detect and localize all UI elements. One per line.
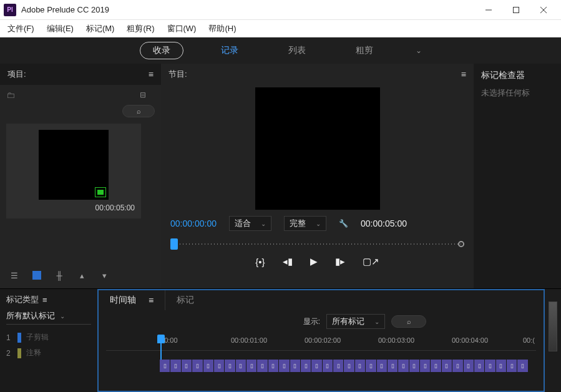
- ruler-tick: 00:00:02:00: [305, 336, 341, 344]
- menubar: 文件(F) 编辑(E) 标记(M) 粗剪(R) 窗口(W) 帮助(H): [0, 20, 561, 37]
- list-view-icon[interactable]: ☰: [9, 271, 20, 280]
- playhead[interactable]: [170, 238, 178, 250]
- marker-type-title: 标记类型: [6, 294, 39, 305]
- menu-help[interactable]: 帮助(H): [203, 21, 241, 37]
- inspector-title: 标记检查器: [474, 64, 561, 87]
- menu-edit[interactable]: 编辑(E): [42, 21, 79, 37]
- total-timecode: 00:00:05:00: [361, 218, 407, 228]
- marker-type-panel: 标记类型 ≡ 所有默认标记⌄ 1 子剪辑 2 注释: [0, 289, 97, 392]
- clip-segments[interactable]: ▯▯▯▯▯ ▯▯▯▯▯ ▯▯▯▯▯ ▯▯▯▯▯ ▯▯▯▯▯ ▯▯▯▯▯ ▯▯▯▯: [160, 360, 529, 372]
- current-timecode[interactable]: 00:00:00:00: [170, 218, 217, 228]
- panel-menu-icon[interactable]: ≡: [149, 295, 154, 305]
- workspace-tabs: 收录 记录 列表 粗剪 ⌄: [0, 37, 561, 64]
- scrub-track: [170, 243, 464, 245]
- export-icon[interactable]: ▢↗: [363, 256, 379, 267]
- clip-thumbnail: [39, 130, 109, 200]
- panel-menu-icon[interactable]: ≡: [42, 295, 47, 305]
- timeline-tab[interactable]: 时间轴≡: [99, 290, 165, 310]
- clip-thumbnail-container[interactable]: 00:00:05:00: [6, 124, 141, 218]
- play-icon[interactable]: ▶: [310, 256, 318, 267]
- svg-rect-1: [514, 7, 519, 12]
- show-label: 显示:: [303, 316, 320, 327]
- ruler-tick: 00:00:03:00: [378, 336, 414, 344]
- mark-inout-icon[interactable]: {•}: [255, 257, 265, 267]
- show-markers-dropdown[interactable]: 所有标记⌄: [326, 314, 385, 329]
- app-title: Adobe Prelude CC 2019: [21, 5, 475, 14]
- timeline-search-input[interactable]: ⌕: [391, 315, 426, 328]
- inspector-empty-text: 未选择任何标: [474, 87, 561, 99]
- step-forward-icon[interactable]: ▮▸: [335, 256, 345, 267]
- markers-tab[interactable]: 标记: [165, 295, 205, 306]
- program-panel: 节目: ≡ 00:00:00:00 适合⌄ 完整⌄ 🔧 00:00:05:00: [161, 64, 474, 288]
- marker-type-item-comment[interactable]: 2 注释: [6, 345, 91, 361]
- scrub-end-marker: [458, 241, 464, 247]
- sort-up-icon[interactable]: ▴: [76, 271, 87, 280]
- project-panel-head: 项目: ≡: [0, 64, 161, 85]
- program-title: 节目:: [168, 69, 187, 80]
- transport-controls: {•} ◂▮ ▶ ▮▸ ▢↗: [255, 256, 379, 267]
- settings-icon[interactable]: 🔧: [339, 219, 348, 228]
- color-swatch-yellow: [17, 348, 21, 358]
- tab-roughcut[interactable]: 粗剪: [343, 42, 386, 59]
- chevron-down-icon[interactable]: ⌄: [416, 46, 422, 55]
- tab-ingest[interactable]: 收录: [140, 42, 183, 59]
- zoom-slider[interactable]: [545, 289, 561, 392]
- image-type-icon: [95, 187, 106, 197]
- middle-row: 项目: ≡ 🗀 ⊟ ⌕ 00:00:05:00: [0, 64, 561, 288]
- ruler-tick: 00:00:01:00: [231, 336, 267, 344]
- app-body: 收录 记录 列表 粗剪 ⌄ 项目: ≡ 🗀 ⊟ ⌕: [0, 37, 561, 392]
- menu-roughcut[interactable]: 粗剪(R): [122, 21, 159, 37]
- project-title: 项目:: [7, 69, 26, 80]
- timeline-panel: 时间轴≡ 标记 显示: 所有标记⌄ ⌕ :00:00 00:00:01:00 0…: [97, 289, 545, 392]
- minimize-button[interactable]: [475, 1, 502, 19]
- timeline-head: 时间轴≡ 标记: [99, 290, 544, 310]
- maximize-button[interactable]: [502, 1, 530, 19]
- zoom-fit-dropdown[interactable]: 适合⌄: [229, 216, 271, 231]
- project-toolbar: ☰ ╫ ▴ ▾: [6, 267, 155, 283]
- thumb-view-icon[interactable]: [31, 271, 42, 280]
- app-icon: Pl: [4, 4, 16, 16]
- panel-menu-icon[interactable]: ≡: [461, 69, 466, 79]
- bottom-row: 标记类型 ≡ 所有默认标记⌄ 1 子剪辑 2 注释 时间轴≡: [0, 288, 561, 392]
- color-swatch-blue: [17, 333, 21, 343]
- slider-track: [549, 301, 557, 351]
- timeline-playhead[interactable]: [157, 335, 165, 343]
- program-body: 00:00:00:00 适合⌄ 完整⌄ 🔧 00:00:05:00 {•} ◂▮…: [161, 85, 474, 288]
- close-button[interactable]: [530, 1, 557, 19]
- marker-template-dropdown[interactable]: 所有默认标记⌄: [6, 310, 91, 325]
- menu-marker[interactable]: 标记(M): [81, 21, 120, 37]
- program-preview[interactable]: [255, 87, 380, 210]
- titlebar: Pl Adobe Prelude CC 2019: [0, 0, 561, 20]
- clip-duration: 00:00:05:00: [12, 203, 135, 212]
- ruler-tick: 00:00:04:00: [452, 336, 488, 344]
- project-body: 🗀 ⊟ ⌕ 00:00:05:00 ☰ ╫: [0, 85, 161, 288]
- search-input[interactable]: ⌕: [122, 105, 155, 117]
- sort-down-icon[interactable]: ▾: [99, 271, 110, 280]
- folder-icon[interactable]: 🗀: [6, 90, 15, 100]
- freeform-icon[interactable]: ╫: [54, 271, 65, 280]
- resolution-dropdown[interactable]: 完整⌄: [284, 216, 326, 231]
- step-back-icon[interactable]: ◂▮: [283, 256, 293, 267]
- project-panel: 项目: ≡ 🗀 ⊟ ⌕ 00:00:05:00: [0, 64, 161, 288]
- ruler-tick: 00:(: [523, 336, 535, 344]
- marker-type-item-subclip[interactable]: 1 子剪辑: [6, 330, 91, 345]
- panel-menu-icon[interactable]: ≡: [149, 69, 154, 79]
- menu-file[interactable]: 文件(F): [2, 21, 39, 37]
- timeline-track[interactable]: ▯▯▯▯▯ ▯▯▯▯▯ ▯▯▯▯▯ ▯▯▯▯▯ ▯▯▯▯▯ ▯▯▯▯▯ ▯▯▯▯: [106, 350, 536, 375]
- marker-inspector-panel: 标记检查器 未选择任何标: [474, 64, 561, 288]
- scrub-bar[interactable]: [170, 237, 464, 251]
- filter-icon[interactable]: ⊟: [140, 91, 146, 99]
- timeline-subhead: 显示: 所有标记⌄ ⌕: [99, 310, 544, 333]
- timeline-ruler[interactable]: :00:00 00:00:01:00 00:00:02:00 00:00:03:…: [106, 336, 544, 349]
- tab-logging[interactable]: 记录: [208, 42, 251, 59]
- tab-list[interactable]: 列表: [276, 42, 318, 59]
- program-panel-head: 节目: ≡: [161, 64, 474, 85]
- menu-window[interactable]: 窗口(W): [162, 21, 202, 37]
